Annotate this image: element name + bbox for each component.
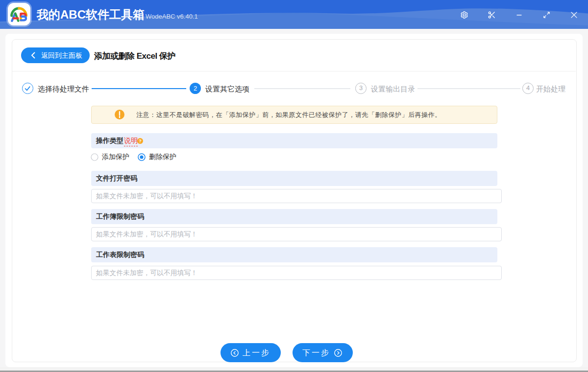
- svg-text:?: ?: [139, 139, 142, 143]
